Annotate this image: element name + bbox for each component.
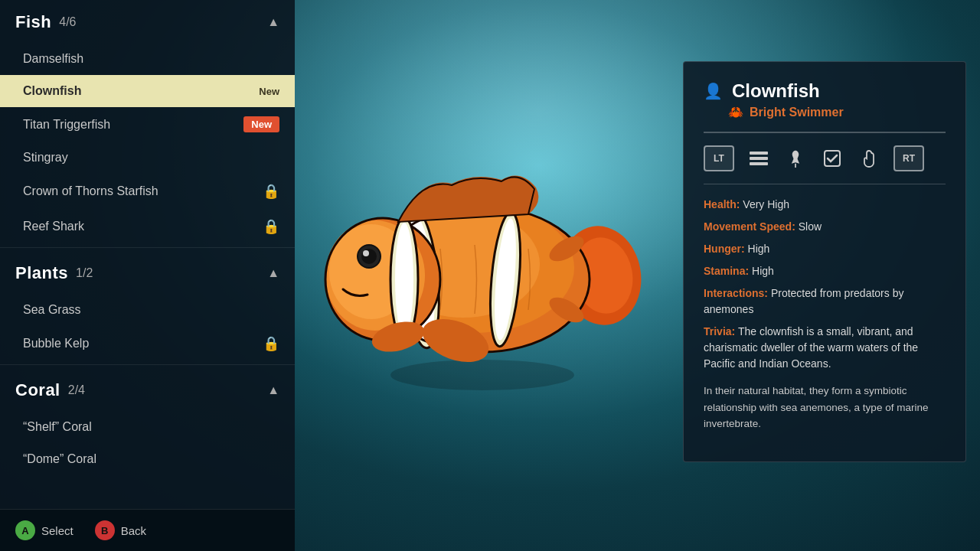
stat-trivia-value: The clownfish is a small, vibrant, and c…	[704, 325, 918, 370]
list-item-damselfish[interactable]: Damselfish	[0, 43, 295, 75]
list-item-crown-of-thorns[interactable]: Crown of Thorns Starfish 🔒	[0, 174, 295, 209]
item-name-dome-coral: “Dome” Coral	[23, 452, 96, 466]
back-label: Back	[121, 524, 146, 537]
info-divider-bottom	[704, 184, 946, 184]
item-name-clownfish: Clownfish	[23, 84, 81, 98]
tab-check-icon[interactable]	[820, 146, 844, 171]
item-name-shelf-coral: “Shelf” Coral	[23, 420, 92, 434]
list-item-dome-coral[interactable]: “Dome” Coral	[0, 443, 295, 475]
clownfish-image	[322, 115, 643, 436]
svg-point-19	[395, 223, 413, 336]
subtitle-text: Bright Swimmer	[750, 106, 844, 119]
stat-stamina-label: Stamina:	[704, 265, 749, 277]
info-divider-top	[704, 132, 946, 133]
subtitle-icon: 🦀	[728, 105, 743, 119]
fish-profile-icon: 👤	[704, 82, 723, 100]
fish-display-area	[295, 0, 670, 551]
info-header: 👤 Clownfish	[704, 80, 946, 102]
select-action[interactable]: A Select	[15, 520, 74, 540]
tab-pin-icon[interactable]	[783, 146, 808, 171]
stat-trivia: Trivia: The clownfish is a small, vibran…	[704, 324, 946, 372]
stat-interactions: Interactions: Protected from predators b…	[704, 285, 946, 318]
badge-new-ribbon-titan: New	[243, 116, 279, 132]
list-item-sea-grass[interactable]: Sea Grass	[0, 294, 295, 326]
badge-new-clownfish: New	[259, 86, 279, 97]
category-plants[interactable]: Plants 1/2 ▲	[0, 251, 295, 294]
category-plants-count: 1/2	[76, 266, 93, 280]
info-title: Clownfish	[732, 80, 820, 102]
stat-movement-value: Slow	[799, 220, 822, 233]
svg-rect-31	[750, 162, 768, 165]
sidebar: Fish 4/6 ▲ Damselfish Clownfish New Tita…	[0, 0, 295, 551]
info-body-paragraph: In their natural habitat, they form a sy…	[704, 383, 946, 432]
svg-point-0	[390, 360, 574, 390]
category-fish-title: Fish	[15, 12, 51, 32]
a-button: A	[15, 520, 35, 540]
stat-interactions-label: Interactions:	[704, 287, 768, 299]
divider-2	[0, 364, 295, 365]
lock-icon-reef-shark: 🔒	[263, 218, 279, 235]
category-coral[interactable]: Coral 2/4 ▲	[0, 368, 295, 411]
bottom-action-bar: A Select B Back	[0, 509, 295, 551]
list-item-shelf-coral[interactable]: “Shelf” Coral	[0, 411, 295, 443]
category-coral-title: Coral	[15, 380, 60, 400]
item-name-bubble-kelp: Bubble Kelp	[23, 337, 89, 350]
svg-point-24	[363, 250, 369, 256]
tab-hand-icon[interactable]	[857, 146, 881, 171]
stat-stamina-value: High	[752, 265, 774, 277]
tab-rt-label: RT	[903, 153, 915, 164]
stat-movement: Movement Speed: Slow	[704, 219, 946, 235]
category-coral-count: 2/4	[68, 383, 85, 397]
category-plants-title: Plants	[15, 263, 68, 283]
tab-lt[interactable]: LT	[704, 145, 734, 171]
svg-point-23	[361, 249, 377, 264]
tab-rt[interactable]: RT	[893, 145, 924, 171]
item-name-damselfish: Damselfish	[23, 52, 83, 66]
list-item-stingray[interactable]: Stingray	[0, 142, 295, 174]
stat-movement-label: Movement Speed:	[704, 220, 795, 233]
list-item-clownfish[interactable]: Clownfish New	[0, 75, 295, 107]
stat-hunger-label: Hunger:	[704, 243, 745, 255]
stat-health-value: Very High	[743, 198, 789, 210]
lock-icon-crown: 🔒	[263, 183, 279, 200]
tab-lt-label: LT	[714, 153, 724, 164]
item-name-stingray: Stingray	[23, 151, 68, 165]
chevron-up-coral-icon: ▲	[267, 383, 279, 397]
stat-stamina: Stamina: High	[704, 263, 946, 279]
svg-rect-30	[750, 157, 768, 160]
item-name-crown-of-thorns: Crown of Thorns Starfish	[23, 184, 158, 198]
category-fish[interactable]: Fish 4/6 ▲	[0, 0, 295, 43]
b-button: B	[95, 520, 115, 540]
divider-1	[0, 247, 295, 248]
svg-rect-29	[750, 152, 768, 155]
item-name-sea-grass: Sea Grass	[23, 303, 81, 317]
stat-health-label: Health:	[704, 198, 740, 210]
select-label: Select	[41, 524, 74, 537]
list-item-reef-shark[interactable]: Reef Shark 🔒	[0, 209, 295, 244]
back-action[interactable]: B Back	[95, 520, 146, 540]
item-name-titan-triggerfish: Titan Triggerfish	[23, 118, 110, 132]
category-fish-count: 4/6	[59, 15, 76, 29]
stat-hunger: Hunger: High	[704, 241, 946, 257]
stat-hunger-value: High	[748, 243, 770, 255]
lock-icon-bubble-kelp: 🔒	[263, 335, 279, 352]
chevron-up-icon: ▲	[267, 15, 279, 29]
list-item-bubble-kelp[interactable]: Bubble Kelp 🔒	[0, 326, 295, 361]
stat-health: Health: Very High	[704, 197, 946, 213]
item-name-reef-shark: Reef Shark	[23, 220, 84, 233]
tab-list-icon[interactable]	[746, 146, 771, 171]
info-subtitle: 🦀 Bright Swimmer	[728, 105, 946, 119]
tab-row: LT RT	[704, 145, 946, 171]
stat-trivia-label: Trivia:	[704, 325, 735, 337]
info-panel: 👤 Clownfish 🦀 Bright Swimmer LT	[683, 61, 966, 462]
chevron-up-plants-icon: ▲	[267, 266, 279, 280]
list-item-titan-triggerfish[interactable]: Titan Triggerfish New	[0, 107, 295, 142]
